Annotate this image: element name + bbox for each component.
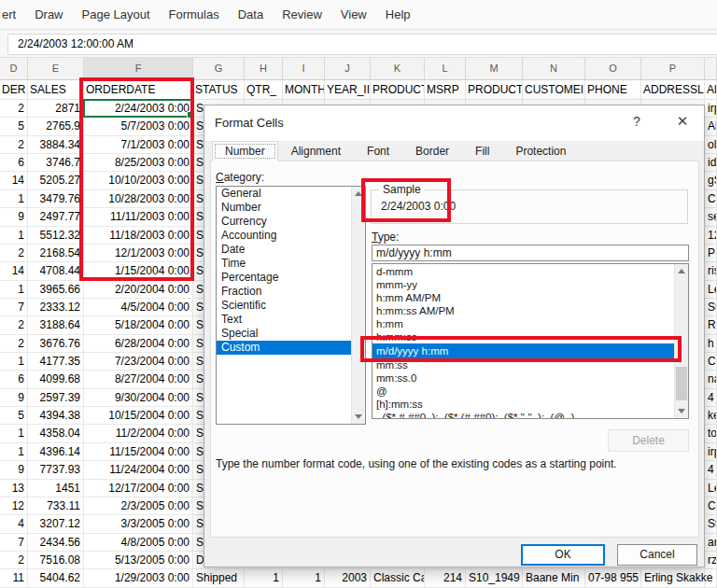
cell[interactable]: ke	[705, 407, 717, 425]
category-item-scientific[interactable]: Scientific	[217, 299, 365, 313]
header-cell-MONTH[interactable]: MONTH	[283, 80, 325, 100]
cell[interactable]: 5512.32	[28, 227, 84, 245]
cell[interactable]: 7/1/2003 0:00	[84, 136, 193, 154]
category-item-currency[interactable]: Currency	[217, 215, 365, 229]
cell[interactable]: 3207.12	[28, 515, 84, 533]
cell[interactable]: 10/15/2004 0:00	[84, 407, 193, 425]
cell[interactable]: 4/5/2004 0:00	[84, 299, 193, 316]
type-option[interactable]: mm:ss	[373, 358, 674, 371]
cell[interactable]: Classic Ca	[371, 569, 425, 587]
cell[interactable]: 14	[0, 262, 28, 280]
cell[interactable]: 2	[0, 335, 28, 353]
cell[interactable]: 733.11	[28, 497, 84, 515]
cell[interactable]: 11/2/2004 0:00	[84, 425, 193, 442]
column-letter-partial[interactable]	[705, 58, 717, 80]
tab-protection[interactable]: Protection	[502, 141, 579, 161]
cell[interactable]: 2	[0, 316, 28, 334]
cell[interactable]: C	[705, 190, 717, 208]
type-option[interactable]: mmm-yy	[373, 278, 674, 291]
cell[interactable]: gS	[705, 172, 717, 189]
menu-item-draw[interactable]: Draw	[25, 7, 72, 21]
header-cell-PRODUCT([interactable]: PRODUCT(	[466, 80, 523, 100]
formula-input[interactable]: 2/24/2003 12:00:00 AM	[7, 34, 717, 55]
cell[interactable]: 2168.54	[28, 245, 84, 262]
cell[interactable]: 4708.44	[28, 262, 84, 280]
cell[interactable]: Su	[705, 299, 717, 316]
cell[interactable]: 3965.66	[28, 281, 84, 299]
cell[interactable]: 5205.27	[28, 172, 84, 189]
cell[interactable]: 2/20/2004 0:00	[84, 281, 193, 299]
cell[interactable]: 1451	[28, 480, 84, 497]
menu-item-page-layout[interactable]: Page Layout	[73, 7, 160, 21]
cell[interactable]: 10/28/2003 0:00	[84, 190, 193, 208]
tab-fill[interactable]: Fill	[462, 141, 502, 161]
cell[interactable]: 2003	[325, 569, 371, 587]
help-icon[interactable]: ?	[627, 114, 646, 129]
cell[interactable]: 4/8/2005 0:00	[84, 534, 193, 552]
category-item-percentage[interactable]: Percentage	[217, 271, 365, 285]
cell[interactable]: 2871	[28, 100, 84, 118]
type-option[interactable]: h:mm:ss	[373, 330, 674, 343]
type-option[interactable]: h:mm AM/PM	[373, 291, 674, 304]
cell[interactable]: 2497.77	[28, 208, 84, 226]
cell[interactable]: 14	[0, 172, 28, 189]
cell[interactable]: 5	[0, 118, 28, 135]
cell[interactable]: 4394.38	[28, 407, 84, 425]
cell[interactable]: 2765.9	[28, 118, 84, 135]
cell[interactable]: 6	[0, 371, 28, 388]
scrollbar-thumb[interactable]	[676, 367, 687, 400]
type-option[interactable]: _($* #,##0_);_($* (#,##0);_($* "-"_);_(@…	[373, 411, 674, 419]
column-letter-N[interactable]: N	[523, 58, 585, 80]
cell[interactable]: 3884.34	[28, 136, 84, 154]
cell[interactable]: 3676.76	[28, 335, 84, 353]
header-cell-YEAR_II[interactable]: YEAR_II	[325, 80, 371, 100]
cell[interactable]: Le	[705, 480, 717, 497]
cell[interactable]: 2333.12	[28, 299, 84, 316]
cell[interactable]: ar	[705, 534, 717, 552]
cell[interactable]: 1	[0, 425, 28, 442]
cell[interactable]: 11/24/2004 0:00	[84, 461, 193, 479]
type-option[interactable]: h:mm	[373, 317, 674, 330]
cell[interactable]: 214	[425, 569, 466, 587]
cell[interactable]: 4	[705, 389, 717, 407]
column-letter-L[interactable]: L	[425, 58, 466, 80]
tab-font[interactable]: Font	[354, 141, 402, 161]
cell[interactable]: 8/25/2003 0:00	[84, 154, 193, 172]
cell[interactable]: 8/27/2004 0:00	[84, 371, 193, 388]
header-cell-DER[interactable]: DER	[0, 80, 28, 100]
cell[interactable]: 3188.64	[28, 316, 84, 334]
cell[interactable]: 2597.39	[28, 389, 84, 407]
cell[interactable]: 7	[0, 299, 28, 316]
category-item-number[interactable]: Number	[217, 201, 365, 215]
menu-item-formulas[interactable]: Formulas	[160, 7, 229, 21]
cell[interactable]: 7516.08	[28, 552, 84, 569]
cell[interactable]: Baane Min	[523, 569, 585, 587]
cell[interactable]: C	[705, 353, 717, 371]
cell[interactable]: 11	[0, 569, 28, 587]
cell[interactable]: 11/11/2003 0:00	[84, 208, 193, 226]
tab-border[interactable]: Border	[402, 141, 462, 161]
cell[interactable]: 9	[0, 208, 28, 226]
column-letter-E[interactable]: E	[28, 58, 84, 80]
cell[interactable]: 1	[245, 569, 283, 587]
cell[interactable]: to	[705, 425, 717, 442]
cell[interactable]: 7	[0, 534, 28, 552]
cell[interactable]: 7737.93	[28, 461, 84, 479]
header-cell-SALES[interactable]: SALES	[28, 80, 84, 100]
menu-item-data[interactable]: Data	[229, 7, 273, 21]
close-icon[interactable]: ✕	[672, 113, 693, 130]
cell[interactable]: 3479.76	[28, 190, 84, 208]
cell[interactable]: 2	[0, 136, 28, 154]
category-item-custom[interactable]: Custom	[217, 341, 365, 355]
cell[interactable]: 12/1/2003 0:00	[84, 245, 193, 262]
cell[interactable]: se	[705, 208, 717, 226]
cell[interactable]: id	[705, 154, 717, 172]
menu-item-view[interactable]: View	[331, 7, 376, 21]
cell[interactable]: 5404.62	[28, 569, 84, 587]
cell[interactable]: Erling Skakke	[641, 569, 705, 587]
type-listbox[interactable]: d-mmmmmm-yyh:mm AM/PMh:mm:ss AM/PMh:mmh:…	[372, 263, 689, 419]
tab-number[interactable]: Number	[212, 141, 278, 161]
column-letter-D[interactable]: D	[0, 58, 28, 80]
cell[interactable]: na	[705, 371, 717, 388]
cell[interactable]: 6	[0, 154, 28, 172]
